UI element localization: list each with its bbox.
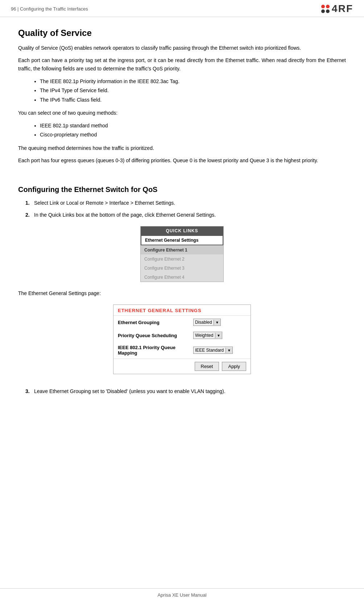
apply-button[interactable]: Apply <box>222 362 246 371</box>
logo-dot-3 <box>321 9 325 13</box>
eth-general-box: ETHERNET GENERAL SETTINGS Ethernet Group… <box>113 304 251 374</box>
priority-queue-arrow[interactable]: ▼ <box>215 333 222 338</box>
eth-general-figure: ETHERNET GENERAL SETTINGS Ethernet Group… <box>18 304 346 374</box>
eth-grouping-label: Ethernet Grouping <box>113 316 189 329</box>
ieee-priority-value[interactable]: IEEE Standard Cisco ▼ <box>189 342 251 359</box>
step1-num: 1. <box>25 199 34 207</box>
step3-list: 3. Leave Ethernet Grouping set to 'Disab… <box>25 387 346 395</box>
steps-list: 1. Select Link or Local or Remote > Inte… <box>25 199 346 219</box>
priority-queue-select-wrapper[interactable]: Weighted Strict ▼ <box>193 332 222 339</box>
section1-bullet-list: The IEEE 802.1p Priority information in … <box>40 77 346 105</box>
caption-text: The Ethernet General Settings page: <box>18 289 346 297</box>
header: 96 | Configuring the Traffic Interfaces … <box>0 0 364 17</box>
section1-para1: Quality of Service (QoS) enables network… <box>18 44 346 52</box>
quick-link-configure-eth1[interactable]: Configure Ethernet 1 <box>141 245 223 254</box>
ieee-priority-arrow[interactable]: ▼ <box>226 348 232 353</box>
step-2: 2. In the Quick Links box at the bottom … <box>25 211 346 219</box>
table-row-ieee: IEEE 802.1 Priority Queue Mapping IEEE S… <box>113 342 251 359</box>
section2-title: Configuring the Ethernet Switch for QoS <box>18 185 346 194</box>
bullet-item-2: The IPv4 Type of Service field. <box>40 86 346 95</box>
quick-link-ethernet-general[interactable]: Ethernet General Settings <box>141 235 223 245</box>
logo-dots <box>321 5 330 13</box>
eth-grouping-select-wrapper[interactable]: Disabled Enabled ▼ <box>193 319 221 326</box>
quick-links-box: QUICK LINKS Ethernet General Settings Co… <box>140 226 224 282</box>
section1-para4: The queuing method determines how the tr… <box>18 144 346 152</box>
eth-grouping-select[interactable]: Disabled Enabled <box>194 319 214 326</box>
priority-queue-label: Priority Queue Scheduling <box>113 329 189 342</box>
reset-button[interactable]: Reset <box>195 362 219 371</box>
section1-title: Quality of Service <box>18 28 346 38</box>
step-1: 1. Select Link or Local or Remote > Inte… <box>25 199 346 207</box>
section1-para3: You can select one of two queuing method… <box>18 109 346 117</box>
step2-num: 2. <box>25 211 34 219</box>
eth-buttons: Reset Apply <box>113 359 251 374</box>
table-row-priority: Priority Queue Scheduling Weighted Stric… <box>113 329 251 342</box>
section1-para5: Each port has four egress queues (queues… <box>18 156 346 164</box>
quick-link-configure-eth4: Configure Ethernet 4 <box>141 273 223 282</box>
step3-num: 3. <box>25 387 34 395</box>
bullet-item-5: Cisco-proprietary method <box>40 130 346 139</box>
eth-grouping-value[interactable]: Disabled Enabled ▼ <box>189 316 251 329</box>
footer: Aprisa XE User Manual <box>0 588 364 598</box>
logo-dot-2 <box>326 5 330 8</box>
section1-para2: Each port can have a priority tag set at… <box>18 56 346 73</box>
bullet-item-4: IEEE 802.1p standard method <box>40 121 346 130</box>
eth-grouping-arrow[interactable]: ▼ <box>214 320 220 325</box>
eth-settings-table: Ethernet Grouping Disabled Enabled ▼ Pri… <box>113 316 251 359</box>
footer-text: Aprisa XE User Manual <box>157 592 206 598</box>
section1-bullet-list2: IEEE 802.1p standard method Cisco-propri… <box>40 121 346 139</box>
step3-text: Leave Ethernet Grouping set to 'Disabled… <box>34 387 346 395</box>
quick-link-configure-eth2: Configure Ethernet 2 <box>141 254 223 263</box>
priority-queue-select[interactable]: Weighted Strict <box>194 332 215 339</box>
priority-queue-value[interactable]: Weighted Strict ▼ <box>189 329 251 342</box>
logo-dot-1 <box>321 5 325 8</box>
ieee-priority-select[interactable]: IEEE Standard Cisco <box>194 347 226 353</box>
main-content: Quality of Service Quality of Service (Q… <box>0 17 364 422</box>
step-3: 3. Leave Ethernet Grouping set to 'Disab… <box>25 387 346 395</box>
quick-links-title: QUICK LINKS <box>141 226 223 235</box>
ieee-priority-label: IEEE 802.1 Priority Queue Mapping <box>113 342 189 359</box>
bullet-item-1: The IEEE 802.1p Priority information in … <box>40 77 346 86</box>
step1-text: Select Link or Local or Remote > Interfa… <box>34 199 346 207</box>
header-title: 96 | Configuring the Traffic Interfaces <box>11 6 88 12</box>
logo-dot-4 <box>326 9 330 13</box>
quick-links-figure: QUICK LINKS Ethernet General Settings Co… <box>18 226 346 282</box>
eth-general-title: ETHERNET GENERAL SETTINGS <box>113 305 251 316</box>
table-row-grouping: Ethernet Grouping Disabled Enabled ▼ <box>113 316 251 329</box>
logo-text: 4RF <box>332 3 353 15</box>
quick-link-configure-eth3: Configure Ethernet 3 <box>141 263 223 273</box>
logo: 4RF <box>321 3 353 15</box>
ieee-priority-select-wrapper[interactable]: IEEE Standard Cisco ▼ <box>193 347 233 354</box>
step2-text: In the Quick Links box at the bottom of … <box>34 211 346 219</box>
bullet-item-3: The IPv6 Traffic Class field. <box>40 95 346 105</box>
